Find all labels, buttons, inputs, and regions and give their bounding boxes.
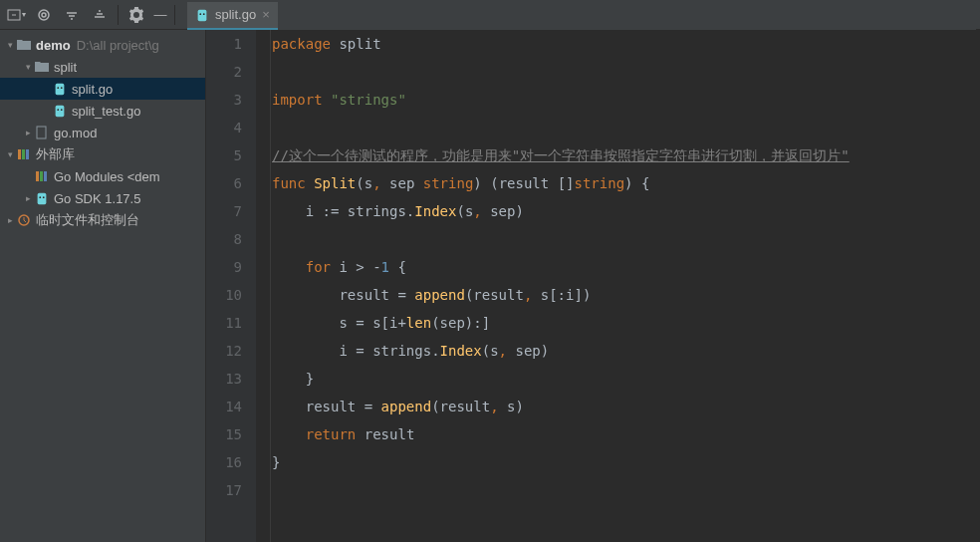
line-number: 10 [206,281,242,309]
line-number: 14 [206,393,242,420]
line-number: 11 [206,309,242,337]
code-line[interactable]: i := strings.Index(s, sep) [272,197,980,225]
chevron-down-icon: ▾ [4,40,16,50]
close-tab-icon[interactable]: × [262,7,270,22]
svg-point-4 [199,13,201,15]
code-line[interactable] [272,225,980,253]
line-number: 3 [206,86,242,114]
tree-label: split.go [72,82,113,97]
svg-rect-13 [18,149,21,159]
folder-icon [34,61,50,73]
svg-point-5 [203,13,205,15]
line-number: 16 [206,448,242,476]
line-number: 4 [206,114,242,141]
line-number: 5 [206,141,242,169]
select-open-file-button[interactable]: ▾ [4,3,28,27]
tree-label: split_test.go [72,104,140,119]
tree-node-go-modules[interactable]: Go Modules <dem [0,165,205,187]
svg-rect-19 [38,193,47,204]
toolbar: ▾ — split.go × [0,0,980,30]
code-line[interactable] [272,476,980,504]
svg-point-1 [39,10,49,20]
editor-tab-split-go[interactable]: split.go × [187,2,278,30]
tree-node-demo[interactable]: ▾ demo D:\all project\g [0,34,205,56]
tree-node-go-sdk[interactable]: ▸ Go SDK 1.17.5 [0,187,205,209]
tree-label: 临时文件和控制台 [36,211,139,229]
tree-node-split-folder[interactable]: ▾ split [0,56,205,78]
go-sdk-icon [34,191,50,205]
tree-label: split [54,60,77,75]
scratches-icon [16,213,32,227]
svg-rect-3 [198,9,207,20]
project-tree: ▾ demo D:\all project\g ▾ split split.go… [0,30,205,231]
file-icon [34,126,50,139]
code-line[interactable]: return result [272,420,980,448]
svg-point-2 [42,13,46,17]
code-line[interactable]: for i > -1 { [272,253,980,281]
go-file-icon [52,104,68,118]
tree-path: D:\all project\g [77,38,159,53]
tree-label: go.mod [54,126,97,140]
svg-rect-15 [26,149,29,159]
code-line[interactable]: result = append(result, s[:i]) [272,281,980,309]
tree-label: demo [36,38,71,53]
hide-icon[interactable]: — [152,3,168,27]
code-line[interactable] [272,58,980,86]
toolbar-separator-2 [174,5,175,25]
svg-point-21 [43,196,45,198]
svg-point-20 [39,196,41,198]
tree-node-go-mod[interactable]: ▸ go.mod [0,122,205,143]
code-line[interactable]: } [272,365,980,393]
code-line[interactable]: //这个一个待测试的程序，功能是用来"对一个字符串按照指定字符串进行切割，并返回… [272,141,980,169]
library-icon [16,147,32,161]
toolbar-separator [118,5,119,25]
svg-point-8 [61,87,63,89]
tree-node-external-libs[interactable]: ▾ 外部库 [0,143,205,165]
code-editor[interactable]: 1234567891011121314151617 package spliti… [206,30,980,542]
line-number: 2 [206,58,242,86]
tree-label: Go Modules <dem [54,169,160,184]
code-line[interactable] [272,114,980,141]
line-number: 6 [206,169,242,197]
project-sidebar: ▾ demo D:\all project\g ▾ split split.go… [0,30,206,542]
svg-rect-12 [37,127,46,138]
code-line[interactable]: s = s[i+len(sep):] [272,309,980,337]
main-area: ▾ demo D:\all project\g ▾ split split.go… [0,30,980,542]
svg-rect-17 [40,171,43,181]
svg-rect-6 [56,84,65,95]
line-number: 8 [206,225,242,253]
svg-point-10 [57,109,59,111]
code-area[interactable]: package splitimport "strings"//这个一个待测试的程… [256,30,980,542]
svg-rect-14 [22,149,25,159]
line-number: 1 [206,30,242,58]
svg-point-11 [61,109,63,111]
line-number: 7 [206,197,242,225]
expand-all-icon[interactable] [60,3,84,27]
tab-label: split.go [215,7,256,22]
code-line[interactable]: package split [272,30,980,58]
tree-label: 外部库 [36,145,75,163]
code-line[interactable]: } [272,448,980,476]
tree-node-scratches[interactable]: ▸ 临时文件和控制台 [0,209,205,231]
chevron-down-icon: ▾ [22,62,34,72]
tree-node-split-go[interactable]: split.go [0,78,205,100]
folder-icon [16,39,32,51]
indent-guide [270,30,271,542]
settings-icon[interactable] [124,3,148,27]
line-number: 13 [206,365,242,393]
chevron-right-icon: ▸ [22,128,34,137]
line-number: 9 [206,253,242,281]
svg-rect-16 [36,171,39,181]
target-icon[interactable] [32,3,56,27]
tree-node-split-test-go[interactable]: split_test.go [0,100,205,122]
code-line[interactable]: result = append(result, s) [272,393,980,420]
go-file-icon [52,82,68,96]
tab-bar: split.go × [187,0,976,30]
code-line[interactable]: import "strings" [272,86,980,114]
code-line[interactable]: func Split(s, sep string) (result []stri… [272,169,980,197]
library-icon [34,169,50,183]
collapse-all-icon[interactable] [88,3,112,27]
tree-label: Go SDK 1.17.5 [54,191,140,206]
svg-rect-9 [56,106,65,117]
code-line[interactable]: i = strings.Index(s, sep) [272,337,980,365]
